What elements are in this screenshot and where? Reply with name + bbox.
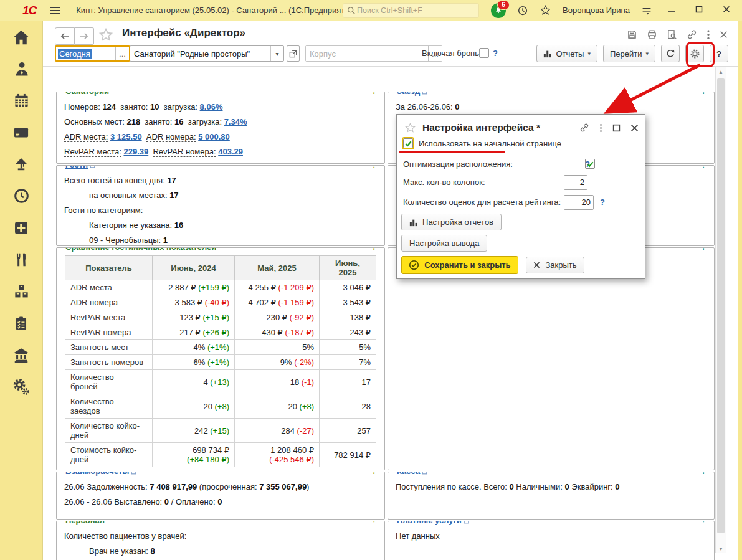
dialog-maximize-icon[interactable]: [612, 124, 621, 132]
sidebar-item-housing[interactable]: [0, 148, 42, 180]
notifications-icon[interactable]: 6: [491, 3, 506, 18]
sidebar-item-settings[interactable]: [0, 371, 42, 402]
more-actions-icon[interactable]: [706, 29, 710, 40]
panel-title-link[interactable]: Заезд: [394, 92, 432, 96]
goto-button[interactable]: Перейти ▾: [603, 45, 655, 62]
period-picker-button[interactable]: ...: [115, 47, 129, 60]
dialog-close-button[interactable]: Закрыть: [526, 257, 584, 273]
sidebar-item-organization[interactable]: [0, 339, 42, 371]
max-columns-input[interactable]: [564, 175, 587, 190]
sanatorium-select[interactable]: Санаторий "Родные просторы" ▾: [130, 45, 284, 62]
sanatorium-dropdown-icon[interactable]: ▾: [270, 46, 283, 61]
panel-title-link[interactable]: Взаиморасчеты: [62, 472, 141, 476]
current-user[interactable]: Воронцова Ирина: [563, 6, 630, 15]
panel-help[interactable]: ?: [369, 521, 379, 525]
minimize-button[interactable]: [664, 6, 680, 15]
metric-term[interactable]: RevPAR места:: [64, 147, 121, 157]
period-field[interactable]: Сегодня ...: [55, 45, 130, 62]
opt-layout-help[interactable]: ?: [585, 159, 590, 169]
panel-title-link[interactable]: Платные услуги: [394, 521, 473, 525]
save-and-close-button[interactable]: Сохранить и закрыть: [401, 256, 518, 274]
sidebar-item-home[interactable]: [0, 21, 42, 53]
panel-help[interactable]: ?: [699, 472, 708, 476]
history-icon[interactable]: [517, 5, 528, 16]
ratings-count-help[interactable]: ?: [600, 197, 605, 207]
building-input[interactable]: [306, 46, 428, 61]
global-search[interactable]: [343, 3, 479, 18]
panel-settlements: Взаиморасчеты ? 26.06 Задолженность: 7 4…: [56, 472, 385, 520]
text-segment: 16: [174, 117, 183, 126]
sidebar-item-medicine[interactable]: [0, 212, 42, 244]
panel-help[interactable]: ?: [369, 247, 379, 252]
favorite-star-icon[interactable]: [98, 27, 113, 44]
dialog-link-icon[interactable]: [579, 123, 589, 133]
search-input[interactable]: [356, 6, 464, 16]
dialog-more-icon[interactable]: [599, 123, 602, 133]
metric-term[interactable]: RevPAR номера:: [153, 147, 216, 157]
panel-title-link[interactable]: Гости: [62, 165, 100, 169]
report-settings-button[interactable]: Настройка отчетов: [401, 214, 502, 230]
interface-settings-dialog: Настройка интерфейса * Использовать на н…: [396, 114, 645, 279]
output-settings-button[interactable]: Настройка вывода: [401, 235, 487, 252]
dialog-favorite-star-icon[interactable]: [404, 122, 416, 134]
include-booking-help[interactable]: ?: [493, 49, 498, 58]
ratings-count-input[interactable]: [564, 195, 594, 210]
table-cell: 782 914 ₽: [320, 443, 376, 467]
settings-gear-button[interactable]: [685, 45, 704, 62]
panel-help[interactable]: ?: [699, 521, 708, 525]
sidebar-item-restaurant[interactable]: [0, 244, 42, 275]
payment-card-icon: [12, 124, 30, 141]
panel-help[interactable]: ?: [369, 92, 379, 96]
sidebar-item-guests[interactable]: [0, 53, 42, 85]
text-segment: 0: [615, 482, 619, 491]
panel-line: Всего гостей на конец дня: 17: [64, 173, 377, 188]
panel-help[interactable]: ?: [699, 92, 708, 96]
sidebar-item-schedule[interactable]: [0, 180, 42, 212]
reports-button[interactable]: Отчеты ▾: [536, 45, 597, 62]
refresh-button[interactable]: [661, 45, 680, 62]
use-on-start-checkbox[interactable]: [403, 138, 413, 148]
metric-term[interactable]: ADR номера:: [146, 132, 196, 142]
scrollbar-thumb[interactable]: [717, 78, 725, 533]
favorites-star-icon[interactable]: [540, 4, 551, 16]
print-icon[interactable]: [647, 29, 657, 40]
value-link[interactable]: 5 000.80: [198, 132, 230, 141]
close-window-button[interactable]: [718, 6, 735, 15]
help-button[interactable]: ?: [710, 45, 728, 62]
value-link[interactable]: 403.29: [218, 147, 243, 156]
sidebar-item-warehouse[interactable]: [0, 275, 42, 307]
scroll-up-icon[interactable]: ▲: [716, 67, 726, 76]
value-link[interactable]: 229.39: [123, 147, 148, 156]
panel-title-link[interactable]: Касса: [394, 472, 432, 476]
text-segment: 218: [126, 117, 140, 126]
include-booking-checkbox[interactable]: [479, 48, 489, 58]
vertical-scrollbar[interactable]: ▲ ▼: [715, 67, 726, 553]
back-button[interactable]: [55, 27, 75, 45]
dialog-close-icon[interactable]: [630, 124, 639, 132]
panel-help[interactable]: ?: [699, 165, 708, 169]
link-icon[interactable]: [687, 29, 697, 40]
main-menu-icon[interactable]: [50, 7, 60, 14]
panel-line: на основных местах: 17: [64, 188, 377, 203]
panel-help[interactable]: ?: [369, 165, 379, 169]
close-form-icon[interactable]: [720, 31, 728, 39]
value-link[interactable]: 8.06%: [200, 102, 223, 112]
forward-button[interactable]: [75, 27, 94, 45]
check-circle-icon: [409, 260, 419, 270]
sanatorium-open-button[interactable]: [287, 45, 300, 62]
cell-value: 257: [357, 426, 371, 435]
panel-help[interactable]: ?: [369, 472, 379, 476]
sidebar-item-calendar[interactable]: [0, 85, 42, 116]
panel-help[interactable]: ?: [699, 247, 708, 252]
maximize-button[interactable]: [691, 6, 707, 15]
metric-term[interactable]: ADR места:: [64, 132, 108, 142]
cell-value: 3 046 ₽: [343, 283, 371, 292]
save-icon[interactable]: [627, 29, 637, 40]
value-link[interactable]: 7.34%: [224, 117, 247, 126]
scroll-down-icon[interactable]: ▼: [716, 544, 726, 553]
service-menu-icon[interactable]: [641, 6, 652, 16]
sidebar-item-tasks[interactable]: [0, 307, 42, 339]
value-link[interactable]: 3 125.50: [110, 132, 142, 141]
sidebar-item-payments[interactable]: [0, 116, 42, 148]
preview-icon[interactable]: [667, 29, 677, 40]
